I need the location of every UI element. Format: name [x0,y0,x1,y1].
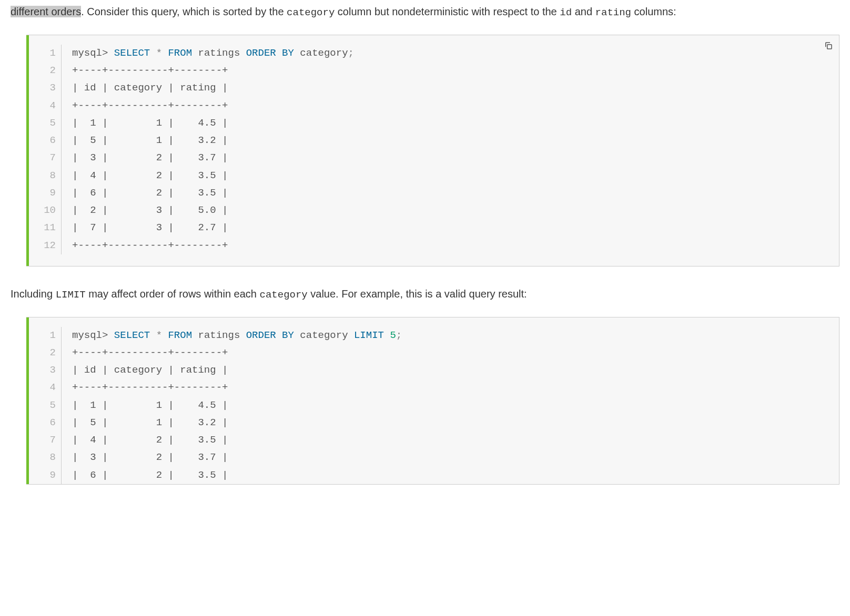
code-content: mysql> SELECT * FROM ratings ORDER BY ca… [62,45,354,254]
inline-code-id: id [560,7,572,18]
code-block-2: 123456789 mysql> SELECT * FROM ratings O… [26,317,839,485]
line-numbers: 123456789101112 [29,45,62,254]
code-block-1: 123456789101112 mysql> SELECT * FROM rat… [26,35,839,266]
code-block-accent [26,317,29,484]
code-block-accent [26,35,29,266]
inline-code-category: category [287,7,335,18]
copy-icon [824,41,833,50]
inline-code-rating: rating [595,7,631,18]
middle-paragraph: Including LIMIT may affect order of rows… [11,282,839,306]
highlighted-text: different orders [11,6,81,17]
inline-code-limit: LIMIT [56,289,86,301]
inline-code-category: category [260,289,308,301]
line-numbers: 123456789 [29,327,62,484]
document-page: different orders. Consider this query, w… [0,0,850,495]
code-content: mysql> SELECT * FROM ratings ORDER BY ca… [62,327,402,484]
svg-rect-0 [827,45,832,49]
copy-button[interactable] [822,39,835,52]
intro-paragraph: different orders. Consider this query, w… [11,0,839,24]
